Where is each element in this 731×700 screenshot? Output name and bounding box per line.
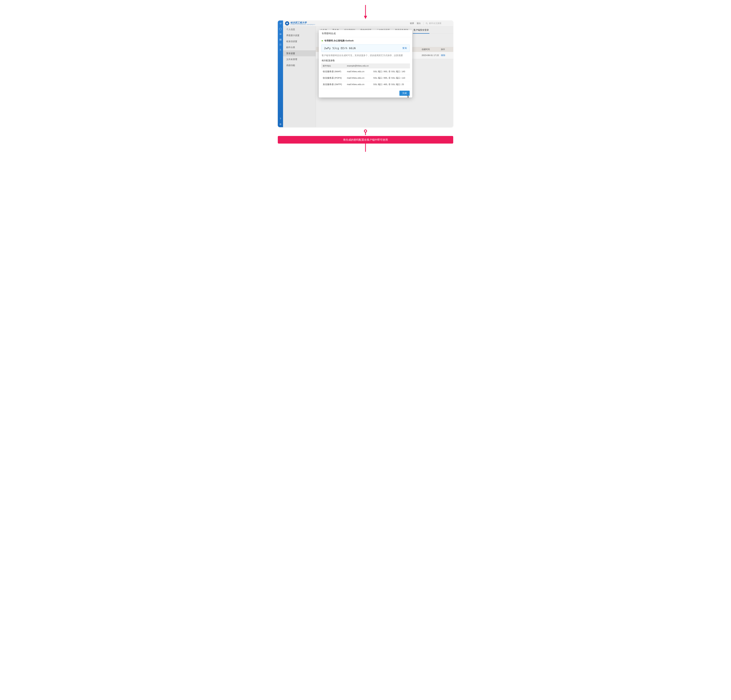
dialog-title: 专用密码生成 <box>319 30 412 37</box>
undo-icon[interactable]: ↺ <box>279 22 282 25</box>
svg-marker-1 <box>364 16 367 19</box>
help-icon[interactable]: ? <box>279 117 282 120</box>
topbar: 哈尔滨工程大学 HARBIN ENGINEERING UNIVERSITY 锁屏… <box>283 21 453 26</box>
brand-logo: 哈尔滨工程大学 HARBIN ENGINEERING UNIVERSITY <box>285 21 316 25</box>
dialog-subtitle-row: 专用密码 办公室电脑-Outlook <box>319 37 412 44</box>
cfg-label: 收信服务器 (IMAP) <box>323 70 347 73</box>
status-dot-icon <box>321 40 323 41</box>
cfg-row-2: 发信服务器 (SMTP)mail.hrbeu.edu.cnSSL 端口: 465… <box>321 81 410 88</box>
lock-screen-link[interactable]: 锁屏 <box>410 22 414 25</box>
cfg-host: mail.hrbeu.edu.cn <box>347 83 373 86</box>
generated-password-box: 2wPy 5Jcg EErh 66iN 复制 <box>321 44 410 52</box>
cfg-head-value: example@hrbeu.edu.cn <box>347 65 373 67</box>
password-note: 客户端专用密码仅在生成时可见，支持设置多个，切勿使用其它方式保存，以防泄露 <box>319 54 412 58</box>
password-dialog: 专用密码生成 专用密码 办公室电脑-Outlook 2wPy 5Jcg EErh… <box>319 30 412 97</box>
compose-icon[interactable]: ◯ <box>279 27 282 31</box>
pointer-arrow-top <box>0 4 731 19</box>
cfg-row-1: 收信服务器 (POP3)mail.hrbeu.edu.cnSSL 端口: 995… <box>321 75 410 81</box>
search-placeholder: 邮件全文搜索 <box>429 22 441 25</box>
dialog-subtitle: 专用密码 办公室电脑-Outlook <box>324 39 354 42</box>
apps-icon[interactable]: ⠿ <box>279 48 282 51</box>
instruction-callout: 将生成的密码配置在客户端中即可使用 <box>278 136 453 144</box>
search-icon <box>426 22 428 25</box>
icon-rail: ↺ ◯ ✉ ▤ ☷ ⠿ ? ⚙ <box>278 21 283 127</box>
config-table: 邮件地址 example@hrbeu.edu.cn 收信服务器 (IMAP)ma… <box>319 63 412 89</box>
logout-link[interactable]: 退出 <box>417 22 421 25</box>
connector <box>0 129 731 135</box>
config-params-title: 相关配置参数 <box>319 58 412 63</box>
cfg-row-0: 收信服务器 (IMAP)mail.hrbeu.edu.cnSSL 端口: 993… <box>321 68 410 75</box>
dialog-footer: 完成 <box>319 89 412 97</box>
svg-point-3 <box>426 22 427 24</box>
cfg-host: mail.hrbeu.edu.cn <box>347 70 373 73</box>
search-input[interactable]: 邮件全文搜索 <box>423 22 451 25</box>
cfg-host: mail.hrbeu.edu.cn <box>347 76 373 79</box>
generated-password: 2wPy 5Jcg EErh 66iN <box>324 47 355 50</box>
mail-icon[interactable]: ✉ <box>279 32 282 36</box>
cfg-label: 发信服务器 (SMTP) <box>323 83 347 86</box>
brand-sub: HARBIN ENGINEERING UNIVERSITY <box>291 24 316 25</box>
contacts-icon[interactable]: ☷ <box>279 43 282 46</box>
cursor-icon <box>407 95 410 98</box>
cfg-ports: SSL 端口: 995, 非 SSL 端口: 110 <box>373 76 408 79</box>
settings-icon[interactable]: ⚙ <box>279 123 282 126</box>
svg-point-5 <box>364 130 367 132</box>
callout-stem <box>0 144 731 152</box>
cfg-ports: SSL 端口: 465, 非 SSL 端口: 25 <box>373 83 408 86</box>
brand-badge-icon <box>285 21 289 25</box>
svg-line-4 <box>427 24 428 24</box>
cfg-ports: SSL 端口: 993, 非 SSL 端口: 143 <box>373 70 408 73</box>
copy-link[interactable]: 复制 <box>402 47 407 50</box>
cfg-label: 收信服务器 (POP3) <box>323 76 347 79</box>
brand-name: 哈尔滨工程大学 <box>291 22 316 24</box>
folder-icon[interactable]: ▤ <box>279 38 282 41</box>
cfg-head-label: 邮件地址 <box>323 65 347 67</box>
svg-point-2 <box>286 22 288 24</box>
app-window: ↺ ◯ ✉ ▤ ☷ ⠿ ? ⚙ 哈尔滨工程大学 HARBIN ENGINEERI… <box>278 21 453 127</box>
